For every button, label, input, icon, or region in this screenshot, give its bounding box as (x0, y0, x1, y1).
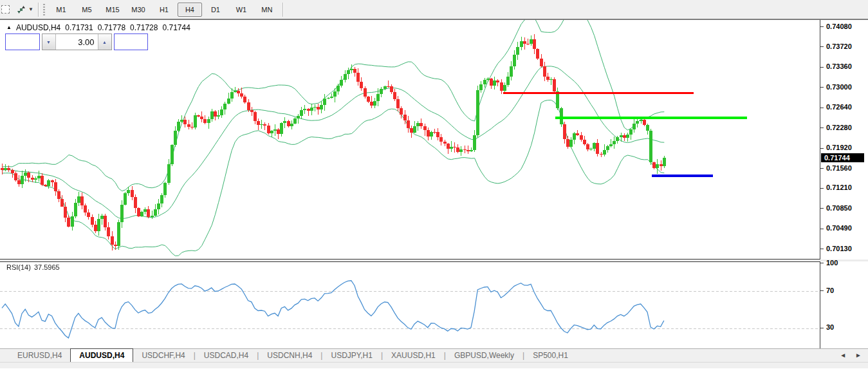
price-axis-label: 0.70850 (826, 204, 852, 212)
buy-button[interactable]: BUY (114, 33, 149, 50)
tab-usdcnh-h4[interactable]: USDCNH,H4 (259, 350, 320, 362)
chart-tabs: EURUSD,H4AUDUSD,H4USDCHF,H4|USDCAD,H4|US… (9, 348, 577, 362)
timeframe-m30-button[interactable]: M30 (126, 3, 151, 17)
ohlc-open: 0.71731 (65, 23, 93, 32)
rsi-indicator-panel[interactable] (0, 261, 820, 358)
top-toolbar: ▼ M1M5M15M30H1H4D1W1MN (0, 0, 868, 19)
tab-eurusd-h4[interactable]: EURUSD,H4 (9, 350, 70, 362)
price-axis-label: 0.71560 (826, 164, 852, 172)
timeframe-mn-button[interactable]: MN (255, 3, 279, 17)
price-axis-label: 0.70490 (826, 224, 852, 232)
price-axis-label: 0.71920 (826, 144, 852, 151)
timeframe-h4-button[interactable]: H4 (178, 3, 202, 17)
tab-gbpusd-weekly[interactable]: GBPUSD,Weekly (446, 350, 522, 362)
arrange-arrows-glyph (16, 5, 26, 15)
rsi-tick (820, 263, 824, 263)
rsi-axis-label: 100 (826, 259, 838, 267)
rsi-axis-label: 70 (826, 287, 834, 294)
sell-price-big: 74 (35, 57, 57, 73)
ohlc-high: 0.71778 (98, 23, 125, 32)
sell-price-pip: 4 (58, 52, 62, 62)
sell-button[interactable]: SELL (5, 33, 40, 50)
price-tick (820, 46, 824, 47)
tab-usdchf-h4[interactable]: USDCHF,H4 (133, 350, 193, 362)
tab-usdjpy-h1[interactable]: USDJPY,H1 (322, 350, 380, 362)
volume-spinner: ▼ 3.00 ▲ (42, 33, 112, 50)
tab-audusd-h4[interactable]: AUDUSD,H4 (70, 348, 133, 362)
rsi-header: RSI(14) 37.5965 (6, 263, 60, 271)
price-axis-label: 0.73000 (826, 83, 852, 91)
selection-tool-icon[interactable] (1, 4, 13, 15)
rsi-tick (820, 328, 824, 328)
chart-tab-bar: EURUSD,H4AUDUSD,H4USDCHF,H4|USDCAD,H4|US… (0, 348, 868, 362)
timeframe-d1-button[interactable]: D1 (203, 3, 228, 17)
price-axis-label: 0.71210 (826, 184, 852, 191)
timeframe-h1-button[interactable]: H1 (152, 3, 176, 17)
dropdown-caret-icon[interactable]: ▼ (28, 6, 33, 12)
timeframe-m15-button[interactable]: M15 (100, 3, 125, 17)
rsi-value: 37.5965 (34, 263, 60, 271)
toolbar-separator-2 (282, 3, 284, 17)
price-tick (820, 168, 824, 169)
buy-price-big: 76 (107, 57, 129, 73)
status-strip (0, 362, 868, 368)
price-axis-label: 0.70130 (826, 245, 852, 252)
sell-price-box[interactable]: 0.71 74 4 (5, 52, 76, 75)
price-axis-label: 0.72640 (826, 103, 852, 111)
tab-usdcad-h4[interactable]: USDCAD,H4 (196, 350, 257, 362)
price-tick (820, 26, 824, 27)
rsi-canvas[interactable] (0, 262, 820, 357)
price-axis-label: 0.73720 (826, 42, 852, 50)
price-tick (820, 229, 824, 229)
buy-price-box[interactable]: 0.71 76 6 (77, 52, 148, 75)
tab-sp500-h1[interactable]: SP500,H1 (524, 350, 577, 362)
current-price-tag: 0.71744 (821, 153, 864, 162)
volume-increase-button[interactable]: ▲ (98, 34, 111, 50)
price-tick (820, 108, 824, 108)
price-axis-label: 0.73360 (826, 62, 852, 70)
tab-xauusd-h1[interactable]: XAUUSD,H1 (383, 350, 444, 362)
toolbar-separator (38, 3, 39, 17)
chart-symbol: AUDUSD,H4 (16, 23, 60, 32)
tab-scroll-buttons: ◄ ► (840, 352, 862, 359)
sell-price-prefix: 0.71 (19, 62, 35, 71)
rsi-name: RSI(14) (6, 263, 31, 271)
ohlc-close: 0.71744 (162, 23, 190, 32)
price-axis-label: 0.74080 (826, 23, 852, 30)
rsi-tick (820, 290, 824, 291)
timeframe-m1-button[interactable]: M1 (49, 3, 73, 17)
price-tick (820, 67, 824, 68)
toolbar-grip[interactable] (43, 4, 45, 15)
price-tick (820, 127, 824, 128)
volume-decrease-button[interactable]: ▼ (42, 34, 56, 50)
buy-price-pip: 6 (130, 52, 134, 62)
timeframe-m5-button[interactable]: M5 (75, 3, 99, 17)
rsi-axis-label: 30 (826, 323, 834, 331)
chart-window: ▲ AUDUSD,H4 0.71731 0.71778 0.71728 0.71… (0, 19, 868, 387)
price-tick (820, 148, 824, 149)
price-tick (820, 87, 824, 88)
tab-scroll-right-icon[interactable]: ► (855, 352, 862, 359)
price-tick (820, 249, 824, 249)
volume-value[interactable]: 3.00 (56, 34, 98, 50)
one-click-trade-panel: SELL ▼ 3.00 ▲ BUY 0.71 74 4 0.71 76 6 (5, 33, 148, 75)
ohlc-toggle-triangle-icon[interactable]: ▲ (6, 24, 12, 32)
buy-price-prefix: 0.71 (91, 62, 107, 71)
price-axis[interactable]: 0.71744 0.740800.737200.733600.730000.72… (820, 20, 868, 357)
timeframe-buttons: M1M5M15M30H1H4D1W1MN (48, 3, 280, 17)
price-tick (820, 188, 824, 189)
chart-ohlc-header: ▲ AUDUSD,H4 0.71731 0.71778 0.71728 0.71… (6, 23, 190, 32)
ohlc-low: 0.71728 (130, 23, 158, 32)
price-tick (820, 208, 824, 209)
price-axis-label: 0.72280 (826, 124, 852, 131)
timeframe-w1-button[interactable]: W1 (229, 3, 254, 17)
tab-scroll-left-icon[interactable]: ◄ (840, 352, 846, 359)
arrange-arrows-icon[interactable] (15, 4, 27, 15)
